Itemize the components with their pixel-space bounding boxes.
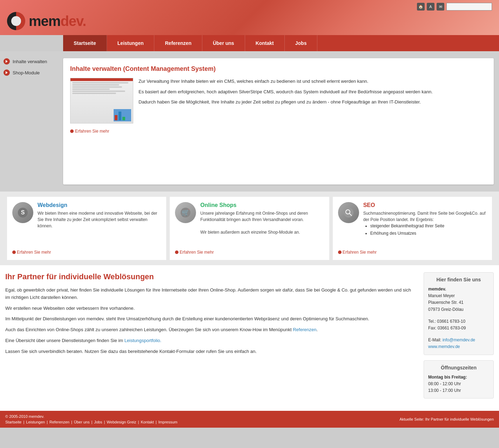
service-shops-content: Online Shops Unsere jahrelange Erfahrung…: [200, 202, 324, 235]
service-shops-more[interactable]: Erfahren Sie mehr: [175, 250, 324, 255]
contact-box: Hier finden Sie uns memdev. Manuel Meyer…: [424, 272, 494, 355]
shops-more-bullet-icon: [175, 250, 178, 254]
service-webdesign-header: S Webdesign Wir bieten Ihnen eine modern…: [12, 202, 161, 229]
bottom-p6: Lassen Sie sich unverbindlich beraten. N…: [5, 348, 417, 355]
bottom-section: Ihr Partner für individuelle Weblösungen…: [0, 265, 499, 411]
content-footer: Erfahren Sie mehr: [70, 129, 487, 134]
service-shops-title: Online Shops: [200, 202, 324, 208]
nav-item-kontakt[interactable]: Kontakt: [245, 35, 285, 51]
svg-text:🛒: 🛒: [182, 209, 190, 216]
service-webdesign: S Webdesign Wir bieten Ihnen eine modern…: [7, 197, 166, 260]
contact-name: memdev.: [428, 287, 446, 292]
contact-website-link[interactable]: www.memdev.de: [428, 344, 460, 349]
service-shops-text: Unsere jahrelange Erfahrung mit Online-S…: [200, 210, 324, 235]
nav-item-referenzen[interactable]: Referenzen: [154, 35, 202, 51]
contact-city: 07973 Greiz-Dölau: [428, 306, 489, 313]
svg-text:S: S: [21, 209, 25, 215]
footer-link-jobs[interactable]: Jobs: [94, 420, 102, 424]
nav-items: Startseite Leistungen Referenzen Über un…: [63, 35, 499, 51]
content-p1: Zur Verwaltung Ihrer Inhalte bieten wir …: [139, 78, 433, 85]
sidebar-item-inhalte[interactable]: Inhalte verwalten: [4, 58, 60, 65]
bottom-p1: Egal, ob gewerblich oder privat, hier fi…: [5, 287, 417, 301]
contact-box-title: Hier finden Sie uns: [428, 277, 489, 282]
content-title: Inhalte verwalten (Content Management Sy…: [70, 65, 487, 73]
shops-icon: 🛒: [175, 202, 196, 223]
bottom-p2: Wir erstellen neue Webseiten oder verbes…: [5, 305, 417, 312]
nav-item-startseite[interactable]: Startseite: [63, 35, 107, 51]
content-p3: Dadurch haben Sie die Möglichkeit, Ihre …: [139, 99, 433, 106]
content-learn-more[interactable]: Erfahren Sie mehr: [70, 129, 487, 134]
logo-icon: [7, 12, 25, 30]
seo-more-bullet-icon: [338, 250, 342, 254]
footer-link-ueber[interactable]: Über uns: [74, 420, 90, 424]
service-seo-text: Suchmaschinenoptimierung. Damit Ihre Sei…: [363, 210, 487, 236]
content-p2: Es basiert auf dem erfolgreichen, hoch a…: [139, 88, 433, 95]
footer-copyright: © 2005-2010 memdev.: [5, 414, 177, 419]
footer-link-referenzen[interactable]: Referenzen: [49, 420, 69, 424]
service-shops-header: 🛒 Online Shops Unsere jahrelange Erfahru…: [175, 202, 324, 235]
home-icon[interactable]: 🏠: [417, 3, 425, 11]
content-body: Zur Verwaltung Ihrer Inhalte bieten wir …: [70, 78, 487, 123]
leistungsportfolio-link[interactable]: Leistungsportfolio.: [124, 338, 162, 343]
header: 🏠 A ✉ memdev.: [0, 0, 499, 35]
contact-email-row: E-Mail: info@memdev.de: [428, 337, 489, 343]
learn-more-bullet-icon: [70, 129, 74, 133]
footer-link-impressum[interactable]: Impressum: [159, 420, 177, 424]
service-seo-content: SEO Suchmaschinenoptimierung. Damit Ihre…: [363, 202, 487, 238]
sidebar-label-inhalte: Inhalte verwalten: [13, 59, 47, 64]
header-top-bar: 🏠 A ✉: [417, 3, 492, 11]
email-icon[interactable]: ✉: [437, 3, 444, 11]
footer-link-kontakt[interactable]: Kontakt: [141, 420, 154, 424]
svg-point-4: [344, 208, 353, 218]
seo-icon: [338, 202, 359, 223]
hours-box: Öffnungszeiten Montag bis Freitag: 08:00…: [424, 360, 494, 399]
bottom-p4: Auch das Einrichten von Online-Shops zäh…: [5, 326, 417, 334]
font-size-icon[interactable]: A: [427, 3, 434, 11]
nav: Startseite Leistungen Referenzen Über un…: [0, 35, 499, 51]
footer-links: Startseite | Leistungen | Referenzen | Ü…: [5, 420, 177, 424]
contact-person: Manuel Meyer: [428, 293, 489, 299]
logo: memdev.: [7, 12, 86, 30]
service-seo-more[interactable]: Erfahren Sie mehr: [338, 250, 487, 255]
service-seo: SEO Suchmaschinenoptimierung. Damit Ihre…: [333, 197, 492, 260]
sidebar-label-shop: Shop-Module: [13, 70, 40, 75]
sidebar-arrow-shop: [4, 69, 10, 76]
contact-tel: Tel.: 03661 6783-10: [428, 318, 489, 325]
footer-link-webdesign-greiz[interactable]: Webdesign Greiz: [107, 420, 136, 424]
nav-item-ueber-uns[interactable]: Über uns: [202, 35, 245, 51]
logo-text: memdev.: [29, 13, 86, 29]
search-input[interactable]: [446, 3, 492, 11]
webdesign-icon: S: [12, 202, 33, 223]
contact-street: Plauensche Str. 41: [428, 299, 489, 306]
footer-link-startseite[interactable]: Startseite: [5, 420, 21, 424]
services-section: S Webdesign Wir bieten Ihnen eine modern…: [0, 192, 499, 265]
main-content-area: Inhalte verwalten Shop-Module Inhalte ve…: [0, 51, 499, 192]
bottom-left: Ihr Partner für individuelle Weblösungen…: [5, 272, 417, 404]
footer: © 2005-2010 memdev. Startseite | Leistun…: [0, 411, 499, 428]
bottom-right: Hier finden Sie uns memdev. Manuel Meyer…: [424, 272, 494, 404]
content-text: Zur Verwaltung Ihrer Inhalte bieten wir …: [139, 78, 433, 123]
contact-fax: Fax: 03661 6783-09: [428, 325, 489, 332]
bottom-p3: Im Mittelpunkt der Dienstleistungen von …: [5, 315, 417, 323]
service-seo-title: SEO: [363, 202, 487, 208]
nav-item-leistungen[interactable]: Leistungen: [107, 35, 155, 51]
footer-current-page: Aktuelle Seite: Ihr Partner für individu…: [399, 417, 494, 421]
service-webdesign-text: Wir bieten Ihnen eine moderne und innova…: [38, 210, 161, 229]
bottom-title: Ihr Partner für individuelle Weblösungen: [5, 272, 417, 281]
service-webdesign-content: Webdesign Wir bieten Ihnen eine moderne …: [38, 202, 161, 229]
contact-email-link[interactable]: info@memdev.de: [443, 337, 475, 342]
footer-left: © 2005-2010 memdev. Startseite | Leistun…: [5, 414, 177, 424]
sidebar-item-shop-module[interactable]: Shop-Module: [4, 69, 60, 76]
hours-morning: 08:00 - 12:00 Uhr: [428, 381, 489, 387]
service-webdesign-title: Webdesign: [38, 202, 161, 208]
service-webdesign-more[interactable]: Erfahren Sie mehr: [12, 250, 161, 255]
hours-box-title: Öffnungszeiten: [428, 365, 489, 370]
hours-days: Montag bis Freitag:: [428, 375, 467, 380]
hours-afternoon: 13:00 - 17:00 Uhr: [428, 387, 489, 394]
nav-item-jobs[interactable]: Jobs: [285, 35, 318, 51]
cms-screenshot: [70, 78, 133, 123]
service-shops: 🛒 Online Shops Unsere jahrelange Erfahru…: [170, 197, 329, 260]
content-panel: Inhalte verwalten (Content Management Sy…: [63, 58, 494, 185]
footer-link-leistungen[interactable]: Leistungen: [26, 420, 45, 424]
referenzen-link[interactable]: Referenzen: [293, 327, 316, 332]
